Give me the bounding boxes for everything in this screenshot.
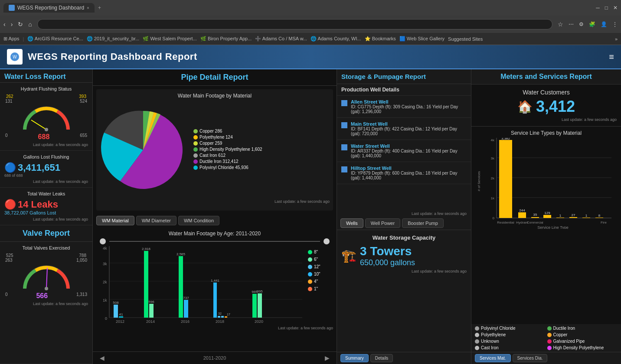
svg-rect-68 — [582, 218, 590, 218]
svg-text:2,565: 2,565 — [176, 252, 186, 256]
bookmark-adams-msa[interactable]: ➕ Adams Co / MSA w... — [255, 36, 307, 42]
total-leaks-section: Total Water Leaks 🔴 14 Leaks 38,722,007 … — [0, 188, 92, 225]
bookmark-biron[interactable]: 🌿 Biron Property App... — [200, 36, 252, 42]
gauge-val-655: 655 — [80, 133, 87, 141]
svg-text:1k: 1k — [103, 298, 107, 302]
forward-button[interactable]: › — [11, 21, 13, 28]
prev-arrow[interactable]: ◀ — [96, 353, 108, 363]
svg-rect-33 — [218, 316, 220, 318]
meters-services-title: Meters and Services Report — [471, 69, 621, 84]
back-button[interactable]: ‹ — [3, 21, 6, 28]
svg-text:# of Services: # of Services — [477, 171, 481, 191]
storage-value: 🏗️ 3 Towers 650,000 gallons — [341, 244, 467, 267]
next-arrow[interactable]: ▶ — [321, 353, 333, 363]
tab-wm-condition[interactable]: WM Condition — [178, 216, 219, 225]
bookmark-arcgis[interactable]: 🌐 ArcGIS Resource Ce... — [27, 36, 83, 42]
service-legend-grid: Polyvinyl Chloride Ductile Iron Polyethy… — [471, 324, 621, 352]
bookmark-adams-county[interactable]: 🌐 Adams County, WI... — [310, 36, 361, 42]
tab-wm-diameter[interactable]: WM Diameter — [136, 216, 176, 225]
valve-section: Total Valves Exercised 525 788 263 1,050 — [0, 242, 92, 364]
svg-text:0: 0 — [105, 316, 107, 321]
svg-rect-62 — [543, 215, 551, 218]
minimize-button[interactable]: ─ — [596, 5, 600, 11]
legend-castiron: Cast Iron 612 — [193, 153, 262, 158]
water-main-chart-title: Water Main Footage by Material — [100, 93, 330, 99]
more-tools-icon[interactable]: ⋯ — [569, 21, 574, 27]
menu-icon[interactable]: ⋮ — [612, 21, 618, 27]
tab-wm-material[interactable]: WM Material — [96, 216, 134, 225]
bookmark-suggested[interactable]: Suggested Sites — [448, 36, 483, 42]
water-main-last-update: Last update: a few seconds ago — [100, 199, 330, 204]
gauge-val-524: 524 — [80, 99, 87, 104]
bookmark-web-slice[interactable]: 🟦 Web Slice Gallery — [399, 36, 445, 42]
browser-titlebar: WEGS Reporting Dashboard × + ─ □ ✕ — [0, 0, 621, 16]
tab-services-mat[interactable]: Services Mat. — [475, 354, 511, 362]
tab-summary[interactable]: Summary — [340, 354, 369, 362]
home-button[interactable]: ⌂ — [28, 21, 32, 28]
address-bar[interactable]: msa-ps.maps.arcgis.com/apps/opsdashboard… — [37, 19, 552, 29]
pipe-detail-title: Pipe Detail Report — [93, 69, 337, 86]
browser-tab[interactable]: WEGS Reporting Dashboard × — [3, 3, 95, 13]
new-tab-button[interactable]: + — [98, 5, 101, 11]
meters-services-panel: Meters and Services Report Water Custome… — [471, 69, 621, 364]
tab-services-dia[interactable]: Services Dia. — [513, 354, 548, 362]
leaks-value: 🔴 14 Leaks — [4, 199, 88, 210]
profile-icon[interactable]: 👤 — [601, 21, 607, 27]
bookmark-bookmarks[interactable]: ⭐ Bookmarks — [365, 36, 396, 42]
legend-polyethylene-right: Polyethylene — [475, 332, 546, 337]
bookmark-west-salem[interactable]: 🌿 West Salem Propert... — [143, 36, 196, 42]
customers-house-icon: 🏠 — [517, 100, 533, 114]
close-tab-button[interactable]: × — [87, 6, 89, 10]
svg-text:1,441: 1,441 — [211, 279, 220, 283]
svg-text:Residential: Residential — [497, 221, 514, 224]
svg-text:737: 737 — [183, 296, 189, 300]
bookmarks-more-button[interactable]: » — [615, 36, 618, 42]
legend-hdpe-right: High Density Polyethylene — [547, 345, 618, 350]
legend-pvc: Polyvinyl Chloride 45,936 — [193, 165, 262, 170]
slider-track[interactable] — [109, 241, 320, 242]
svg-text:596: 596 — [148, 300, 154, 304]
svg-text:32: 32 — [218, 312, 222, 315]
svg-rect-26 — [179, 256, 183, 318]
slider-right-thumb[interactable] — [324, 238, 330, 244]
chart-navigation: ◀ 2011-2020 ▶ — [93, 351, 337, 364]
svg-text:35: 35 — [533, 213, 537, 217]
valve-report-title: Valve Report — [0, 225, 92, 242]
svg-text:1k: 1k — [491, 196, 495, 200]
tab-booster-pump[interactable]: Booster Pump — [402, 218, 444, 228]
tab-well-power[interactable]: Well Power — [365, 218, 400, 228]
tab-wells[interactable]: Wells — [340, 218, 363, 228]
svg-rect-16 — [114, 305, 118, 318]
storage-last-update: Last update: a few seconds ago — [341, 269, 467, 273]
leaks-sub: 38,722,007 Gallons Lost — [4, 210, 88, 215]
slider-left-thumb[interactable] — [100, 238, 106, 244]
svg-rect-23 — [149, 304, 154, 318]
svg-text:Commercial: Commercial — [527, 221, 543, 224]
svg-text:17: 17 — [227, 313, 230, 316]
legend-1in: 1" — [308, 286, 320, 291]
legend-8in: 8" — [308, 250, 320, 254]
svg-text:W: W — [13, 55, 17, 59]
valve-val-525: 525 — [6, 253, 13, 258]
app-menu-button[interactable]: ≡ — [609, 52, 614, 62]
well-icon-3 — [341, 144, 347, 150]
gallons-lost-title: Gallons Lost Flushing — [4, 154, 88, 159]
customers-title: Water Customers — [476, 89, 617, 96]
settings-icon[interactable]: ⚙ — [579, 21, 584, 27]
favorites-icon[interactable]: ☆ — [558, 21, 563, 28]
svg-rect-21 — [144, 251, 148, 318]
well-info-allen: Allen Street Well ID: CG775 Depth (ft): … — [351, 99, 467, 114]
tab-details[interactable]: Details — [370, 354, 393, 362]
maximize-button[interactable]: □ — [605, 5, 608, 11]
extensions-icon[interactable]: 🧩 — [589, 21, 595, 27]
bookmark-apps[interactable]: ⊞ Apps — [3, 36, 20, 42]
legend-ductileiron: Ductile Iron 312,412 — [193, 159, 262, 164]
svg-rect-28 — [184, 300, 188, 318]
svg-line-4 — [46, 268, 47, 289]
close-window-button[interactable]: ✕ — [613, 5, 618, 11]
well-list: Allen Street Well ID: CG775 Depth (ft): … — [337, 96, 471, 209]
refresh-button[interactable]: ↻ — [18, 21, 23, 28]
bookmark-security[interactable]: 🌐 2019_it_security_br... — [87, 36, 140, 42]
page-indicator: 2011-2020 — [203, 355, 226, 361]
svg-rect-66 — [569, 217, 577, 218]
